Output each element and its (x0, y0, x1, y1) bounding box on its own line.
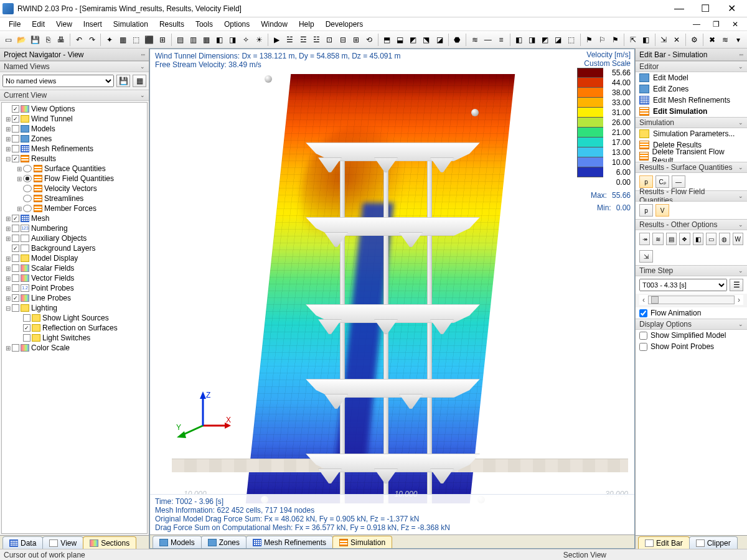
radio-icon[interactable] (23, 205, 32, 212)
tree-node[interactable]: ⊞Models (2, 124, 147, 134)
mdi-close-icon[interactable]: ✕ (727, 19, 743, 30)
toolbar-button[interactable]: 💾 (29, 34, 40, 46)
checkbox-icon[interactable] (12, 215, 19, 222)
panel-button-icon[interactable]: ▫▫ (740, 52, 743, 58)
toolbar-button[interactable]: ⟲ (364, 34, 375, 46)
toolbar-button[interactable]: ↶ (73, 34, 85, 46)
toolbar-button[interactable]: ⚑ (583, 34, 595, 46)
toolbar-button[interactable]: ▥ (187, 34, 199, 46)
toolbar-button[interactable]: ▭ (2, 34, 14, 46)
checkbox-icon[interactable] (12, 254, 19, 262)
toolbar-button[interactable]: ▶ (271, 34, 283, 46)
tab-sections[interactable]: Sections (83, 536, 136, 549)
toolbar-button[interactable]: ≡ (495, 34, 507, 46)
close-button[interactable]: ✕ (718, 1, 745, 17)
tree-expander-icon[interactable]: ⊞ (4, 126, 12, 133)
flow-animation-checkbox[interactable]: Flow Animation (636, 307, 747, 319)
menu-results[interactable]: Results (154, 19, 189, 30)
checkbox-icon[interactable] (23, 314, 31, 322)
tree-node[interactable]: ⊞Scalar Fields (2, 263, 147, 273)
checkbox-icon[interactable] (12, 135, 19, 142)
result-button[interactable]: ≋ (652, 233, 663, 245)
tree-expander-icon[interactable]: ⊞ (4, 265, 12, 272)
tree-expander-icon[interactable]: ⊞ (16, 166, 23, 172)
tree-node[interactable]: Background Layers (2, 243, 147, 253)
checkbox-icon[interactable] (23, 324, 31, 332)
tree-node[interactable]: ⊞Auxiliary Objects (2, 233, 147, 243)
mdi-restore-icon[interactable]: ❐ (708, 19, 725, 30)
tree-node[interactable]: View Options (2, 104, 147, 114)
named-views-select[interactable]: No named views (2, 75, 114, 87)
tree-node[interactable]: ⊞Mesh Refinements (2, 144, 147, 154)
tree-node[interactable]: ⊞Flow Field Quantities (2, 174, 147, 184)
result-button[interactable]: Cₚ (655, 175, 669, 188)
tab-mesh-refinements[interactable]: Mesh Refinements (246, 536, 333, 548)
toolbar-button[interactable]: ⬚ (565, 34, 577, 46)
radio-icon[interactable] (23, 185, 32, 192)
edit-item-edit-zones[interactable]: Edit Zones (636, 83, 747, 95)
slider-right-icon[interactable]: › (735, 296, 743, 304)
result-button[interactable]: — (672, 175, 685, 188)
checkbox-icon[interactable] (12, 125, 19, 133)
toolbar-button[interactable]: ◪ (552, 34, 564, 46)
tab-view[interactable]: View (42, 536, 83, 549)
show-point-probes-checkbox[interactable]: Show Point Probes (636, 341, 747, 352)
tree-node[interactable]: ⊟Results (2, 154, 147, 164)
radio-icon[interactable] (23, 175, 32, 182)
tree-expander-icon[interactable]: ⊞ (4, 225, 12, 232)
panel-button-auto-hide-icon[interactable]: ▫▫ (141, 52, 145, 58)
toolbar-button[interactable]: ⬚ (130, 34, 142, 46)
tree-node[interactable]: ⊞Line Probes (2, 293, 147, 303)
radio-icon[interactable] (23, 195, 32, 202)
result-button[interactable]: ▭ (706, 233, 716, 245)
toolbar-button[interactable]: ◧ (640, 34, 652, 46)
edit-item-edit-mesh-refinements[interactable]: Edit Mesh Refinements (636, 95, 747, 106)
result-button[interactable]: V (655, 204, 669, 217)
tab-edit-bar[interactable]: Edit Bar (638, 536, 690, 549)
toolbar-button[interactable]: ▤ (174, 34, 186, 46)
menu-tools[interactable]: Tools (190, 19, 218, 30)
save-view-button[interactable]: 💾 (116, 75, 130, 87)
minimize-button[interactable]: — (666, 1, 692, 17)
toolbar-button[interactable]: ☀ (253, 34, 265, 46)
toolbar-button[interactable]: ▦ (117, 34, 129, 46)
tree-expander-icon[interactable]: ⊞ (4, 345, 12, 352)
result-button[interactable]: ⇲ (639, 250, 653, 263)
toolbar-button[interactable]: ⊞ (350, 34, 362, 46)
menu-insert[interactable]: Insert (78, 19, 107, 30)
tree-node[interactable]: Show Light Sources (2, 313, 147, 323)
tree-node[interactable]: Velocity Vectors (2, 184, 147, 194)
menu-view[interactable]: View (51, 19, 77, 30)
toolbar-button[interactable]: ≋ (719, 34, 731, 46)
tree-node[interactable]: ⊞1.2Point Probes (2, 283, 147, 293)
menu-edit[interactable]: Edit (27, 19, 50, 30)
toolbar-button[interactable]: ◩ (539, 34, 551, 46)
checkbox-icon[interactable] (12, 105, 19, 113)
current-view-header[interactable]: Current View ⌄ (0, 90, 149, 101)
tree-node[interactable]: Reflection on Surfaces (2, 323, 147, 333)
toolbar-button[interactable]: ◪ (434, 34, 446, 46)
result-button[interactable]: ▤ (666, 233, 677, 245)
tab-clipper[interactable]: Clipper (689, 536, 738, 549)
mdi-minimize-icon[interactable]: — (688, 19, 705, 30)
result-button[interactable]: ❖ (679, 233, 690, 245)
toolbar-button[interactable]: ⬣ (451, 34, 463, 46)
toolbar-button[interactable]: ✖ (706, 34, 718, 46)
tree-expander-icon[interactable]: ⊞ (4, 146, 12, 152)
menu-simulation[interactable]: Simulation (108, 19, 153, 30)
toolbar-button[interactable]: ⎘ (42, 34, 54, 46)
radio-icon[interactable] (23, 165, 32, 172)
navigator-tree[interactable]: View Options⊞Wind Tunnel⊞Models⊞Zones⊞Me… (1, 102, 148, 534)
tree-node[interactable]: ⊞Mesh (2, 213, 147, 223)
checkbox-icon[interactable] (12, 235, 19, 242)
tree-expander-icon[interactable]: ⊞ (4, 275, 12, 282)
time-step-select[interactable]: T003 - 4.33 [s] (639, 279, 727, 291)
checkbox-icon[interactable] (12, 225, 19, 232)
show-simplified-model-checkbox[interactable]: Show Simplified Model (636, 330, 747, 341)
tree-node[interactable]: ⊞123Numbering (2, 223, 147, 233)
toolbar-button[interactable]: ▦ (200, 34, 212, 46)
result-button[interactable]: ↠ (639, 233, 650, 245)
checkbox-icon[interactable] (12, 294, 19, 302)
menu-options[interactable]: Options (219, 19, 255, 30)
checkbox-icon[interactable] (12, 145, 19, 152)
